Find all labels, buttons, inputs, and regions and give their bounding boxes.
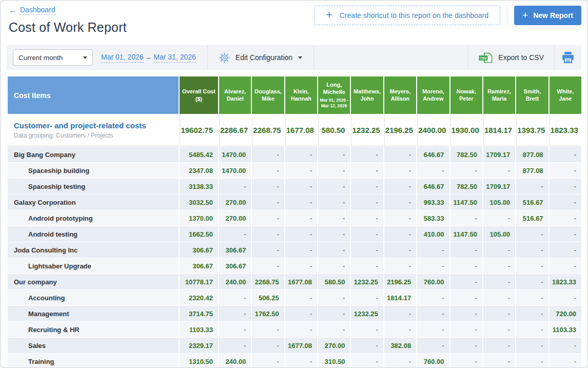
export-csv-button[interactable]: CSV Export to CSV [468,45,554,70]
person-cost-cell: 760.00 [417,274,449,289]
person-cost-cell: - [252,354,284,368]
person-cost-cell: 1823.33 [550,274,581,289]
create-shortcut-button[interactable]: + Create shortcut to this report on the … [314,6,500,25]
person-cost-cell: - [219,322,251,337]
cost-item-label: Management [8,306,179,321]
overall-cost-cell: 10778.17 [180,274,218,289]
overall-cost-cell: 1103.33 [180,322,218,337]
summary-row: Customer- and project-related costs Data… [8,114,581,146]
person-cost-cell: - [219,338,251,353]
person-cost-total: 2196.25 [384,114,416,146]
person-cost-cell: 1709.17 [483,147,515,162]
person-cost-cell: - [318,322,350,337]
person-cost-cell: 306.67 [219,242,251,258]
person-cost-cell: 1814.17 [384,290,416,305]
cost-item-label: Android prototyping [8,210,179,226]
overall-cost-cell: 1662.50 [180,226,218,242]
person-cost-cell: 1103.33 [550,322,581,337]
person-cost-cell: 1709.17 [483,179,515,194]
overall-cost-cell: 5485.42 [180,147,218,162]
person-cost-total: 1393.75 [516,114,548,146]
column-header-person: Douglass, Mike [252,76,284,114]
person-cost-total: 1232.25 [351,114,383,146]
printer-icon [561,51,575,64]
summary-title: Customer- and project-related costs [14,121,178,130]
person-cost-cell: - [384,147,416,162]
date-from-link[interactable]: Mar 01, 2026 [101,53,144,63]
table-row: Galaxy Corporation3032.50270.00-----993.… [8,195,581,210]
person-cost-cell: - [483,338,515,353]
cost-item-label: Android testing [8,226,179,242]
person-cost-cell: - [384,163,416,178]
person-cost-cell: - [516,274,548,289]
person-cost-cell: - [252,195,284,210]
person-cost-cell: - [285,322,317,337]
page-header: ← Dashboard Cost of Work Report + Create… [1,1,587,45]
new-report-label: New Report [533,11,573,20]
summary-label-cell: Customer- and project-related costs Data… [8,114,179,146]
person-cost-total: 2286.67 [219,114,251,146]
period-select[interactable]: Current month [13,49,93,66]
person-cost-cell: - [550,179,581,194]
person-cost-cell: 240.00 [219,354,251,368]
report-toolbar: Current month Mar 01, 2026 – Mar 31, 202… [7,45,581,70]
person-cost-cell: - [450,322,482,337]
person-cost-cell: 580.50 [318,274,350,289]
person-cost-cell: - [450,210,482,226]
person-cost-cell: - [318,290,350,305]
column-header-overall-cost: Overall Cost ($) [180,76,218,114]
person-cost-cell: - [252,147,284,162]
person-cost-total: 580.50 [318,114,350,146]
table-row: Spaceship building2347.081470.00--------… [8,163,581,178]
person-cost-cell: 877.08 [516,163,548,178]
person-cost-cell: - [384,258,416,274]
edit-configuration-button[interactable]: Edit Configuration [208,45,313,70]
person-cost-cell: - [285,258,317,274]
table-row: Management3714.75-1762.50--1232.25-----7… [8,306,581,321]
person-cost-cell: 105.00 [483,195,515,210]
person-cost-cell: - [285,195,317,210]
person-cost-cell: 782.50 [450,147,482,162]
period-select-value: Current month [18,54,63,62]
person-cost-cell: - [483,258,515,274]
person-cost-cell: 720.00 [550,306,581,321]
column-header-person: Klein, Hannah [285,76,317,114]
person-cost-cell: 270.00 [318,338,350,353]
cost-item-label: Recruiting & HR [8,322,179,337]
person-cost-cell: - [318,179,350,194]
person-cost-cell: - [252,258,284,274]
overall-cost-cell: 2329.17 [180,338,218,353]
person-cost-cell: - [550,354,581,368]
person-cost-cell: - [483,306,515,321]
cost-item-label: Big Bang Company [8,147,179,162]
back-arrow-icon: ← [9,6,17,14]
dashboard-back-link[interactable]: ← Dashboard [9,6,55,15]
person-cost-cell: 516.67 [516,195,548,210]
person-cost-cell: - [450,163,482,178]
table-row: Sales2329.17--1677.08270.00-382.08----- [8,338,581,353]
person-cost-cell: 993.33 [417,195,449,210]
person-cost-cell: - [550,163,581,178]
date-to-link[interactable]: Mar 31, 2026 [153,53,196,63]
person-cost-cell: - [417,258,449,274]
print-button[interactable] [555,45,581,70]
person-cost-cell: - [450,242,482,258]
column-header-person: Matthews, John [351,76,383,114]
person-cost-cell: 877.08 [516,147,548,162]
summary-data-grouping: Data grouping: Customers / Projects [14,132,178,139]
person-cost-cell: 270.00 [219,195,251,210]
person-cost-cell: 1470.00 [219,147,251,162]
person-cost-cell: - [384,354,416,368]
person-cost-cell: - [550,290,581,305]
person-cost-cell: - [219,290,251,305]
person-cost-cell: - [384,195,416,210]
person-cost-cell: - [550,195,581,210]
table-row: Lightsaber Upgrade306.67306.67---------- [8,258,581,274]
person-cost-cell: - [550,242,581,258]
cost-item-label: Lightsaber Upgrade [8,258,179,274]
person-cost-cell: - [550,210,581,226]
new-report-button[interactable]: + New Report [514,6,581,25]
person-cost-cell: - [285,354,317,368]
person-cost-cell: 782.50 [450,179,482,194]
person-cost-cell: - [252,226,284,242]
